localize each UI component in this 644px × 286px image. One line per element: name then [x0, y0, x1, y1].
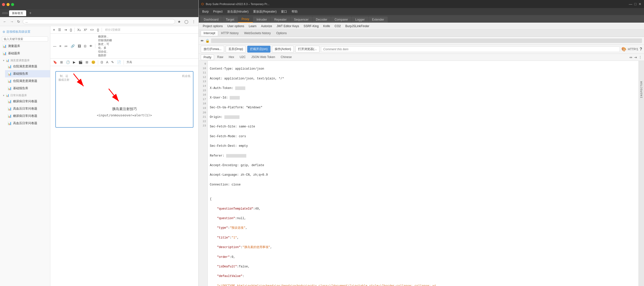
video-btn[interactable]: 🎬	[77, 60, 84, 65]
code-btn[interactable]: {}	[69, 27, 73, 32]
back-btn[interactable]: ←	[2, 19, 8, 24]
tab-target[interactable]: Target	[222, 17, 238, 23]
sidebar-item-inpatient-2[interactable]: 📊 住院满意度调查题	[5, 77, 50, 85]
forward-action-btn[interactable]: 放行(Forwa...	[201, 46, 224, 53]
bookmark-btn[interactable]: ★	[177, 19, 182, 24]
sidebar-item-basic-report-2[interactable]: 📊 基础报告库	[5, 85, 50, 92]
indent-btn[interactable]: ⇥	[63, 27, 68, 32]
fmt-tab-pretty[interactable]: Pretty	[201, 55, 214, 60]
fmt-tab-hex[interactable]: Hex	[226, 55, 236, 60]
more-options-icon[interactable]: ⋮	[638, 55, 642, 59]
browser-tab-active[interactable]: 新标签页	[9, 10, 26, 16]
sub-knife[interactable]: Knife	[321, 24, 332, 29]
font-color-btn[interactable]: A	[105, 60, 110, 65]
refresh-btn[interactable]: ↻	[16, 19, 21, 24]
dash-btn[interactable]: —	[52, 43, 58, 49]
sidebar-item-measurement[interactable]: 📊 测量题库	[0, 42, 50, 50]
tab-decoder[interactable]: Decoder	[312, 17, 331, 23]
link-btn[interactable]: 🔗	[69, 43, 76, 49]
highlight-btn[interactable]: ✎	[110, 60, 115, 65]
new-tab-btn[interactable]: +	[29, 11, 31, 15]
sub-burpjs[interactable]: BurpJSLinkFinder	[343, 24, 371, 29]
sub-project-options[interactable]: Project options	[201, 24, 225, 29]
menu-help[interactable]: 帮助	[290, 9, 300, 15]
fmt-tab-jwt[interactable]: JSON Web Token	[249, 55, 278, 60]
browser-tab-blank[interactable]	[2, 12, 8, 14]
format-btn[interactable]: ≡	[52, 27, 56, 32]
forward-btn[interactable]: →	[9, 19, 15, 24]
palette-icon[interactable]: 🎨	[621, 47, 626, 52]
grid-btn[interactable]: ⊞	[84, 60, 90, 65]
tab-extender[interactable]: Extender	[369, 17, 388, 23]
sub-co2[interactable]: CO2	[333, 24, 343, 29]
fmt-tab-u2c[interactable]: U2C	[237, 55, 248, 60]
sidebar-item-basic[interactable]: 📊 基础题库	[0, 50, 50, 57]
indent-icon[interactable]: ⇥	[634, 55, 637, 59]
tab-proxy[interactable]: Proxy	[238, 16, 253, 23]
omega-btn[interactable]: Ω	[83, 43, 88, 49]
fmt-tab-chinese[interactable]: Chinese	[278, 55, 294, 60]
extensions-btn[interactable]: ◯	[183, 19, 189, 24]
comment-input[interactable]	[321, 46, 620, 52]
sub-user-options[interactable]: User options	[225, 24, 246, 29]
image-btn[interactable]: 🖼	[76, 43, 82, 49]
intercept-on-btn[interactable]: 拦截开启(on)	[247, 46, 270, 53]
sidebar-item-inpatient-satisfaction[interactable]: 📊 住院满意度调查题	[5, 63, 50, 70]
codeblock-btn[interactable]: <>	[89, 27, 95, 32]
emoji-btn[interactable]: 😊	[90, 60, 97, 65]
drop-btn[interactable]: 丢弃(Drop)	[226, 46, 246, 53]
tab-websockets[interactable]: WebSockets history	[242, 31, 273, 36]
sub-learn[interactable]: Learn	[247, 24, 259, 29]
open-browser-btn[interactable]: 打开浏览器(...	[295, 46, 319, 53]
sidebar-item-hypertension[interactable]: 📊 高血压日常问卷题	[5, 105, 50, 112]
tab-sequencer[interactable]: Sequencer	[291, 17, 312, 23]
tab-logger[interactable]: Logger	[352, 17, 368, 23]
menu-repeater[interactable]: 重放器(Repeater)	[251, 9, 278, 15]
editor-content[interactable]: 机会低 制、运服或注射 胰岛素注射技巧 <input/onmouseover=a…	[50, 66, 198, 167]
superscript-btn[interactable]: X²	[83, 27, 88, 32]
sub-autorize[interactable]: Autorize	[259, 24, 274, 29]
play-btn[interactable]: ▶	[72, 60, 77, 65]
sidebar-item-hypertension-2[interactable]: 📊 高血压日常问卷题	[5, 120, 50, 127]
menu-btn[interactable]: ⋮	[191, 19, 196, 24]
url-bar[interactable]: ...	[23, 19, 175, 24]
action-btn[interactable]: 操作(Action)	[272, 46, 294, 53]
tab-repeater[interactable]: Repeater	[271, 17, 290, 23]
menu-intruder[interactable]: 攻击器(Intruder)	[225, 9, 251, 15]
sub-jwt[interactable]: JWT Editor Keys	[275, 24, 301, 29]
tab-intruder[interactable]: Intruder	[253, 17, 270, 23]
help-icon[interactable]: ?	[640, 47, 642, 52]
fmt-tab-raw[interactable]: Raw	[215, 55, 226, 60]
menu-burp[interactable]: Burp	[200, 9, 211, 14]
sub-ssrf[interactable]: SSRF-King	[302, 24, 321, 29]
sidebar-item-basic-report[interactable]: 📊 基础报告库	[5, 70, 50, 77]
sidebar-item-diabetes[interactable]: 📊 糖尿病日常问卷题	[5, 98, 50, 105]
lock-icon[interactable]: 🔒	[205, 39, 210, 43]
pencil-icon[interactable]: ✏	[201, 39, 204, 43]
menu-window[interactable]: 窗口	[279, 9, 289, 15]
omega-tb-btn[interactable]: Ω	[99, 60, 104, 65]
menu-project[interactable]: Project	[211, 9, 224, 14]
close-window-btn[interactable]	[2, 3, 5, 6]
tab-dashboard[interactable]: Dashboard	[200, 17, 222, 23]
sidebar-search-input[interactable]	[2, 36, 48, 41]
minimize-window-btn[interactable]	[7, 3, 10, 6]
maximize-window-btn[interactable]	[11, 3, 14, 6]
eye-btn[interactable]: 👁	[88, 43, 94, 49]
sidebar-section-daily[interactable]: ▼ 📊 日常问卷题库	[0, 92, 50, 98]
sidebar-item-diabetes-2[interactable]: 📊 糖尿病日常问卷题	[5, 112, 50, 120]
bookmark-tb-btn[interactable]: 🔖	[52, 60, 58, 65]
list-btn[interactable]: ≡	[58, 43, 63, 49]
win-close-btn[interactable]: ✕	[638, 2, 641, 6]
sidebar-section-satisfaction[interactable]: ▼ 📊 满意度调查题库	[0, 57, 50, 63]
win-restore-btn[interactable]: □	[634, 2, 636, 6]
align-btn[interactable]: ☰	[57, 27, 62, 32]
ordered-list-btn[interactable]: ≔	[63, 43, 69, 49]
tab-intercept[interactable]: Intercept	[201, 30, 218, 36]
tab-http-history[interactable]: HTTP history	[219, 31, 241, 36]
braces-btn[interactable]: {}	[96, 27, 100, 32]
tab-comparer[interactable]: Comparer	[331, 17, 351, 23]
code-body[interactable]: Content-Type: application/json Accept: a…	[208, 61, 638, 286]
clock-btn[interactable]: 🕐	[65, 60, 71, 65]
table-btn[interactable]: ⊞	[59, 60, 64, 65]
